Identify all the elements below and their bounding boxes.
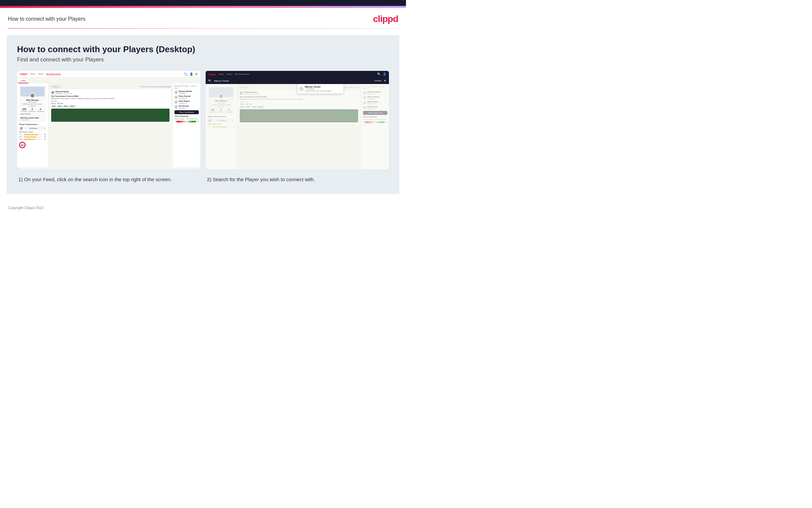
mini-player-perf-2: Player Performance Eli Vincent ▾ Total P… [207,116,235,128]
mini-player-avatar-4 [175,105,178,109]
mini-nav-links-1: Home Teams My Performance [30,73,61,75]
mini-stat-follg-2: 4 Following [226,109,233,113]
mini-ui-2: clippd Home Teams My Performance 🔍 👤 🔍 [206,71,389,169]
mini-stat-followers-num: 3 [29,108,36,110]
mini-nav-1: clippd Home Teams My Performance 🔍 👤 ⚙ [17,71,200,78]
mini-quality-ott: OTT 79 [19,134,46,135]
mini-player-row-2: Eli Vincent ▾ [207,119,235,122]
mini-search-result-avatar [299,87,304,91]
mini-feed-tab-1: Feed [18,79,28,83]
mini-tag-arg: ARG [63,105,68,108]
mini-logo-2: clippd [208,73,216,76]
mini-quality-arg: ARG 61 [19,138,46,140]
mini-player-avatar-1 [175,91,178,94]
mini-score: 84 [19,142,26,148]
step-2-desc: 2) Search for the Player you wish to con… [206,176,389,183]
mini-nav-teams: Teams [38,73,44,75]
mini-stats-2: 129 Activities 3 Followers 4 Following [209,109,233,113]
mini-right-1: Most Active Players - Last 30 days Richa… [173,83,200,167]
mini-heatmap-title: Team Heatmap [175,115,199,117]
mini-search-result-club: Cypress Point Club, United Kingdom [305,90,332,92]
mini-right-2: Most Active Players - Last 30 days Richa… [361,84,389,169]
mini-tag-app: APP [57,105,62,108]
mini-profile-bg-2 [209,87,233,97]
mini-activity-image [51,109,170,122]
mini-player-item-1: Richard Butler Activities: 7 [175,90,199,94]
screenshot-1: clippd Home Teams My Performance 🔍 👤 ⚙ F… [17,71,200,169]
page-title: How to connect with your Players [8,16,86,22]
mini-profile-card-2: Blair McHarg Golf Coach Mill Ride Golf C… [207,86,235,114]
mini-stat-acts-2: 129 Activities [209,109,216,113]
mini-feed-1: Following ▾ Control who can see your act… [48,83,173,167]
mini-stat-following-label: Following [37,110,44,112]
mini-profile-club: Mill Ride Golf Club, United Kingdom [20,103,45,107]
mini-stat-activities-num: 129 [21,108,28,110]
mini-search-icon: 🔍 [208,79,211,82]
footer: Copyright Clippd 2022 [0,201,406,215]
mini-content-2-dimmed: Blair McHarg Golf Coach Mill Ride Golf C… [206,84,389,169]
mini-search-close-btn[interactable]: ✕ [384,79,386,82]
settings-icon: ⚙ [195,73,198,76]
mini-player-acts-2: Activities: 4 [179,97,199,99]
mini-heatmap-bar [177,121,196,122]
mini-stat-following: 4 Following [37,108,44,112]
mini-quality-title: Total Player Quality [19,131,46,133]
mini-duration-label: Duration [51,100,170,102]
mini-team-dashboard-btn[interactable]: Team Dashboard [175,110,199,114]
mini-dropdown-arrow: ▾ [44,127,45,129]
mini-search-dropdown: Marcus Turner 1·5 Handicap Cypress Point… [297,84,343,93]
mini-avatar [30,93,35,98]
hero-subtitle: Find and connect with your Players [17,56,389,63]
hero-title: How to connect with your Players (Deskto… [17,44,389,54]
mini-nav-home: Home [30,73,36,75]
mini-most-active-title: Most Active Players - Last 30 days [175,85,199,89]
mini-search-result[interactable]: Marcus Turner 1·5 Handicap Cypress Point… [299,86,342,92]
mini-activity-desc: Walking the course with my coach to buil… [51,97,170,99]
mini-activity-player-info: Richard Butler Yesterday · The Grove [55,91,72,94]
mini-nav-icons-1: 🔍 👤 ⚙ [184,73,198,76]
header-divider [8,28,398,29]
mini-following-row: Following ▾ Control who can see your act… [50,85,171,88]
mini-player-perf-title-2: Player Performance [207,116,235,118]
search-icon-2[interactable]: 🔍 [377,73,381,76]
mini-player-name: Eli Vincent [30,127,37,129]
mini-stat-followers-label: Followers [29,110,36,112]
mini-player-perf-1: Player Performance Eli Vincent ▾ Total P… [19,123,46,148]
step-descriptions: 1) On your Feed, click on the search ico… [17,176,389,183]
mini-nav-myperformance: My Performance [46,73,61,75]
mini-tag-putt: PUTT [69,105,76,108]
mini-stat-followers: 3 Followers [29,108,36,112]
mini-nav-2: clippd Home Teams My Performance 🔍 👤 [206,71,389,78]
mini-activity-header: Richard Butler Yesterday · The Grove [51,91,170,94]
mini-score-row: 84 [19,141,46,148]
mini-search-input[interactable]: Marcus Turner [214,80,372,82]
mini-activity-card-2: Richard Butler Yesterday · The Grove Pre… [238,90,360,124]
mini-left-1: Blair McHarg Golf Coach Mill Ride Golf C… [17,83,48,167]
mini-nav2-myperformance: My Performance [235,73,249,75]
mini-tag-ott: OTT [51,105,56,108]
mini-activity-avatar [51,91,54,94]
mini-following-btn[interactable]: Following ▾ [50,85,62,88]
search-icon[interactable]: 🔍 [184,73,188,76]
mini-profile-card-1: Blair McHarg Golf Coach Mill Ride Golf C… [19,85,46,122]
mini-feed-2: Following ▾ Control who can see your act… [237,84,361,169]
step-1-desc: 1) On your Feed, click on the search ico… [17,176,200,183]
mini-player-info-1: Richard Butler Activities: 7 [179,90,199,94]
mini-latest-activity-label: Latest Activity [20,113,45,115]
top-bar [0,0,406,6]
mini-stat-activities-label: Activities [21,110,28,112]
mini-heatmap-range: -5 +5 [175,120,199,122]
mini-search-area: 🔍 Marcus Turner CLEAR ✕ Marcus Turner 1·… [206,78,389,84]
mini-activity-tags: OTT APP ARG PUTT [51,105,170,108]
mini-quality-app: APP 70 [19,136,46,138]
mini-activity-image-figure [158,109,168,120]
mini-player-row: Eli Vincent ▾ [19,126,46,130]
screenshot-2: clippd Home Teams My Performance 🔍 👤 🔍 [206,71,389,169]
mini-search-result-name: Marcus Turner [305,86,332,88]
mini-control-link: Control who can see your activity and da… [140,86,171,88]
mini-player-info-3: Hiral Pujara Activities: 3 [179,100,199,104]
mini-activity-card: Richard Butler Yesterday · The Grove Pre… [50,89,171,123]
mini-search-clear-btn[interactable]: CLEAR [374,80,381,82]
mini-activity-player-sub: Yesterday · The Grove [55,92,72,94]
mini-ui-1: clippd Home Teams My Performance 🔍 👤 ⚙ F… [17,71,200,169]
